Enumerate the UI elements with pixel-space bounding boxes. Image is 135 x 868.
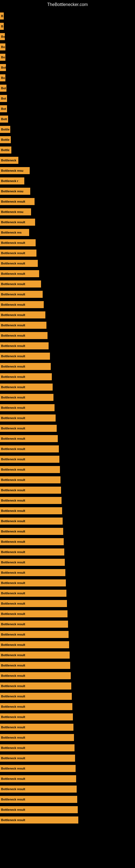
bar-item: Bottleneck result bbox=[0, 291, 43, 298]
bar-item: Bot bbox=[0, 85, 6, 92]
bar-label: Bottleneck result bbox=[1, 396, 25, 399]
bar-label: B bbox=[1, 14, 3, 18]
bar-row: Bot bbox=[0, 83, 135, 93]
bar-row: Bottle bbox=[0, 134, 135, 145]
bar-item: Bottleneck r bbox=[0, 177, 24, 184]
bar-row: Bottleneck r bbox=[0, 176, 135, 186]
bar-label: Bo bbox=[1, 35, 5, 38]
bar-item: Bottleneck result bbox=[0, 734, 74, 741]
bar-item: Bott bbox=[0, 116, 8, 123]
bar-label: Bottleneck bbox=[1, 159, 16, 162]
bar-item: Bottleneck result bbox=[0, 796, 77, 803]
bar-item: Bo bbox=[0, 54, 5, 61]
bar-label: Bottleneck result bbox=[1, 406, 25, 409]
bar-label: Bottleneck result bbox=[1, 200, 25, 203]
bar-label: Bottleneck result bbox=[1, 385, 25, 389]
bar-label: Bottleneck result bbox=[1, 643, 25, 646]
bar-label: Bott bbox=[1, 118, 7, 121]
bar-label: Bottleneck r bbox=[1, 179, 18, 183]
bar-item: Bottleneck result bbox=[0, 414, 56, 422]
bar-row: Bo bbox=[0, 73, 135, 83]
bar-label: Bottleneck result bbox=[1, 323, 25, 327]
bar-row: Bottleneck result bbox=[0, 598, 135, 609]
bar-row: Bottleneck result bbox=[0, 609, 135, 619]
bar-row: Bottleneck result bbox=[0, 629, 135, 640]
bar-label: Bottleneck result bbox=[1, 756, 25, 760]
bar-row: Bottleneck result bbox=[0, 743, 135, 753]
bar-row: Bottleneck result bbox=[0, 753, 135, 763]
bar-item: Bottleneck result bbox=[0, 507, 62, 514]
bar-label: Bottleneck result bbox=[1, 251, 25, 255]
bar-label: Bottleneck result bbox=[1, 561, 25, 564]
bar-label: Bottleneck resu bbox=[1, 190, 24, 193]
bar-item: Bottleneck result bbox=[0, 621, 68, 628]
bar-row: Bottleneck result bbox=[0, 341, 135, 351]
bar-item: Bo bbox=[0, 74, 5, 82]
bar-label: Bottleneck result bbox=[1, 571, 25, 574]
bar-label: Bottle bbox=[1, 138, 9, 141]
bar-row: Bottleneck result bbox=[0, 413, 135, 423]
bar-item: Bottleneck result bbox=[0, 383, 53, 391]
bar-row: Bottleneck result bbox=[0, 300, 135, 310]
bar-row: Bottleneck result bbox=[0, 681, 135, 691]
bar-item: Bottleneck resu bbox=[0, 167, 30, 174]
bar-label: Bottleneck result bbox=[1, 767, 25, 770]
bar-label: Bottleneck resu bbox=[1, 169, 24, 172]
bar-row: Bot bbox=[0, 62, 135, 73]
bar-item: Bottleneck result bbox=[0, 342, 49, 349]
bar-row: Bottleneck result bbox=[0, 516, 135, 526]
bar-row: Bottleneck result bbox=[0, 289, 135, 300]
bar-label: Bottleneck result bbox=[1, 437, 25, 440]
bar-item: Bottleneck result bbox=[0, 301, 44, 308]
bar-item: Bottleneck resu bbox=[0, 188, 30, 195]
bar-item: Bottleneck result bbox=[0, 332, 48, 339]
bar-item: Bottleneck result bbox=[0, 404, 54, 411]
bar-item: Bottleneck result bbox=[0, 476, 60, 484]
bar-label: Bottleneck result bbox=[1, 540, 25, 543]
bar-row: Bottleneck result bbox=[0, 217, 135, 227]
bar-item: Bottleneck result bbox=[0, 703, 72, 710]
bar-row: Bot bbox=[0, 93, 135, 104]
bar-item: Bottleneck result bbox=[0, 322, 46, 329]
bar-row: Bottleneck result bbox=[0, 444, 135, 454]
bar-label: Bottleneck result bbox=[1, 550, 25, 554]
bar-label: Bottleneck result bbox=[1, 602, 25, 605]
bar-row: Bottleneck result bbox=[0, 691, 135, 702]
bar-row: Bottleneck result bbox=[0, 722, 135, 733]
bar-item: Bottleneck result bbox=[0, 662, 70, 669]
bar-label: Bottleneck result bbox=[1, 725, 25, 729]
bar-item: Bottleneck result bbox=[0, 569, 65, 576]
bar-label: Bo bbox=[1, 45, 5, 49]
bar-label: Bottleneck result bbox=[1, 354, 25, 358]
bar-row: Bottleneck result bbox=[0, 330, 135, 341]
bar-item: Bottleneck result bbox=[0, 785, 77, 793]
bar-item: Bottleneck result bbox=[0, 250, 37, 257]
bar-item: Bottle bbox=[0, 126, 10, 133]
bar-label: Bot bbox=[1, 97, 6, 100]
bar-row: Bo bbox=[0, 52, 135, 62]
bar-row: Bottleneck result bbox=[0, 733, 135, 743]
bar-item: Bottleneck result bbox=[0, 559, 65, 566]
bar-label: Bottleneck resu bbox=[1, 210, 24, 214]
bar-row: Bottleneck bbox=[0, 155, 135, 165]
bar-label: Bottleneck result bbox=[1, 509, 25, 513]
bar-row: Bottleneck result bbox=[0, 238, 135, 248]
bar-label: Bottleneck result bbox=[1, 736, 25, 739]
bar-row: Bo bbox=[0, 42, 135, 52]
bar-label: Bottleneck result bbox=[1, 777, 25, 780]
bar-label: Bottleneck result bbox=[1, 499, 25, 502]
bar-item: Bottleneck result bbox=[0, 724, 74, 731]
bar-label: Bottleneck result bbox=[1, 664, 25, 667]
bar-label: Bottleneck result bbox=[1, 293, 25, 296]
bar-row: Bottleneck result bbox=[0, 310, 135, 320]
bar-label: Bottleneck result bbox=[1, 633, 25, 636]
bar-row: Bottleneck result bbox=[0, 763, 135, 774]
bar-label: Bottleneck result bbox=[1, 303, 25, 306]
bar-item: Bottleneck result bbox=[0, 497, 61, 504]
bar-label: Bottleneck result bbox=[1, 581, 25, 585]
bar-item: Bottleneck result bbox=[0, 549, 64, 556]
bar-row: Bottleneck result bbox=[0, 269, 135, 279]
bar-item: Bottleneck result bbox=[0, 652, 70, 659]
bar-item: Bot bbox=[0, 64, 6, 71]
bar-item: Bottleneck result bbox=[0, 775, 76, 782]
